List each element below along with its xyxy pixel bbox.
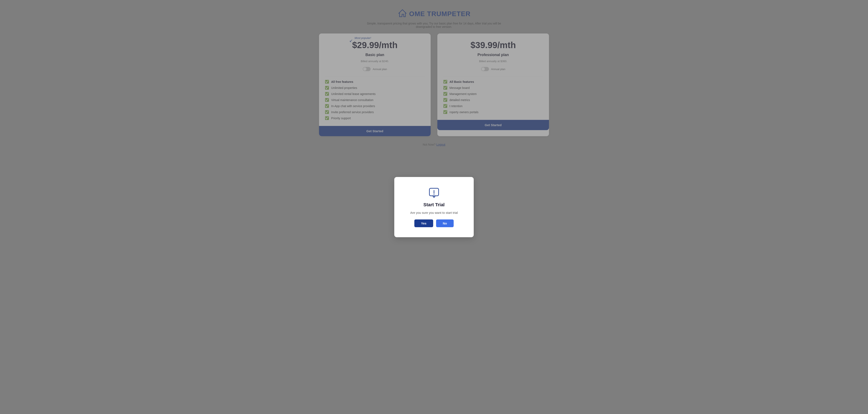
modal-icon-wrap bbox=[428, 187, 440, 199]
alert-message-icon bbox=[429, 187, 439, 198]
yes-button[interactable]: Yes bbox=[414, 219, 433, 227]
start-trial-modal: Start Trial Are you sure you want to sta… bbox=[394, 177, 474, 237]
modal-buttons: Yes No bbox=[414, 219, 454, 227]
modal-overlay: Start Trial Are you sure you want to sta… bbox=[0, 0, 868, 414]
svg-point-2 bbox=[434, 194, 434, 195]
modal-subtitle: Are you sure you want to start trial bbox=[410, 211, 458, 214]
no-button[interactable]: No bbox=[436, 219, 454, 227]
modal-title: Start Trial bbox=[423, 202, 444, 208]
